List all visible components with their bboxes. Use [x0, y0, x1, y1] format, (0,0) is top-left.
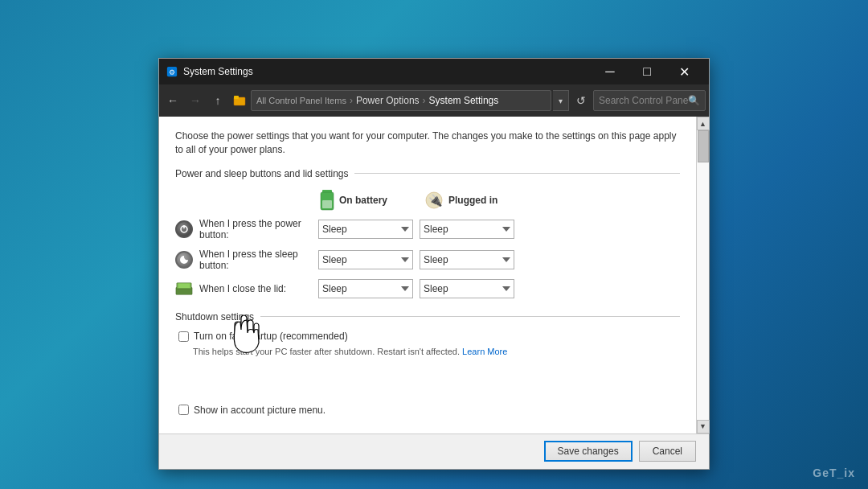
watermark: GeT_ix — [813, 466, 855, 479]
lid-battery-dropdown[interactable]: Sleep Do nothing Hibernate Shut down — [318, 279, 413, 298]
up-button[interactable]: ↑ — [207, 90, 228, 111]
path-icon — [231, 92, 248, 109]
refresh-button[interactable]: ↺ — [571, 90, 592, 111]
svg-rect-3 — [234, 96, 239, 99]
breadcrumb-path[interactable]: All Control Panel Items › Power Options … — [251, 90, 551, 111]
scroll-thumb[interactable] — [698, 130, 709, 162]
search-box[interactable]: 🔍 — [593, 90, 706, 111]
svg-rect-13 — [178, 283, 190, 288]
plugged-in-column: 🔌 Plugged in — [424, 191, 529, 210]
lid-plugged-dropdown[interactable]: Sleep Do nothing Hibernate Shut down — [420, 279, 514, 298]
svg-rect-6 — [322, 200, 332, 208]
system-settings-window: ⚙ System Settings ─ □ ✕ ← → ↑ All Contro… — [158, 58, 710, 470]
close-button[interactable]: ✕ — [665, 59, 702, 84]
forward-button[interactable]: → — [185, 90, 206, 111]
fast-startup-label[interactable]: Turn on fast startup (recommended) — [194, 331, 348, 342]
scroll-track[interactable] — [697, 130, 709, 420]
content-wrapper: Choose the power settings that you want … — [159, 117, 709, 434]
on-battery-column: On battery — [320, 189, 424, 212]
columns-header: On battery 🔌 Plugged in — [175, 189, 680, 212]
power-button-row: When I press the power button: Sleep Do … — [175, 218, 680, 240]
scroll-down-arrow[interactable]: ▼ — [697, 420, 710, 434]
fast-startup-checkbox[interactable] — [178, 331, 189, 342]
window-title: System Settings — [183, 66, 592, 77]
account-picture-label[interactable]: Show in account picture menu. — [194, 405, 326, 416]
account-picture-checkbox[interactable] — [178, 405, 189, 415]
svg-text:🔌: 🔌 — [428, 194, 443, 208]
shutdown-section: Shutdown settings Turn on fast startup (… — [175, 311, 680, 416]
scrollbar[interactable]: ▲ ▼ — [696, 117, 709, 434]
sep1: › — [350, 95, 353, 106]
address-bar: ← → ↑ All Control Panel Items › Power Op… — [159, 84, 709, 117]
scroll-up-arrow[interactable]: ▲ — [697, 117, 710, 130]
sep2: › — [423, 95, 426, 106]
sleep-battery-dropdown[interactable]: Sleep Do nothing Hibernate Shut down — [318, 250, 413, 269]
battery-icon — [320, 189, 334, 212]
save-changes-button[interactable]: Save changes — [544, 441, 633, 462]
search-icon[interactable]: 🔍 — [688, 95, 700, 106]
title-bar: ⚙ System Settings ─ □ ✕ — [159, 59, 709, 84]
description-text: Choose the power settings that you want … — [175, 129, 680, 157]
power-button-label: When I press the power button: — [199, 218, 318, 240]
lid-icon — [175, 280, 193, 298]
learn-more-link[interactable]: Learn More — [462, 347, 507, 356]
lid-row: When I close the lid: Sleep Do nothing H… — [175, 279, 680, 298]
power-battery-dropdown[interactable]: Sleep Do nothing Hibernate Shut down — [318, 220, 413, 239]
plugged-icon: 🔌 — [424, 191, 444, 210]
window-controls: ─ □ ✕ — [592, 59, 702, 84]
power-button-icon — [175, 220, 193, 238]
minimize-button[interactable]: ─ — [592, 59, 628, 84]
search-input[interactable] — [599, 95, 688, 106]
footer-bar: Save changes Cancel — [159, 434, 709, 469]
section1-header: Power and sleep buttons and lid settings — [175, 168, 680, 179]
back-button[interactable]: ← — [162, 90, 183, 111]
breadcrumb-current[interactable]: System Settings — [429, 95, 499, 106]
power-plugged-dropdown[interactable]: Sleep Do nothing Hibernate Shut down — [420, 220, 514, 239]
fast-startup-desc: This helps start your PC faster after sh… — [175, 347, 680, 356]
account-picture-row: Show in account picture menu. — [175, 405, 680, 416]
svg-text:⚙: ⚙ — [169, 68, 175, 76]
sleep-button-label: When I press the sleep button: — [199, 249, 318, 271]
fast-startup-row: Turn on fast startup (recommended) — [175, 331, 680, 342]
sleep-button-row: When I press the sleep button: Sleep Do … — [175, 249, 680, 271]
path-dropdown[interactable]: ▾ — [553, 90, 569, 111]
cancel-button[interactable]: Cancel — [639, 441, 696, 462]
breadcrumb-power[interactable]: Power Options — [356, 95, 420, 106]
breadcrumb-home[interactable]: All Control Panel Items — [256, 96, 346, 105]
maximize-button[interactable]: □ — [628, 59, 665, 84]
shutdown-header: Shutdown settings — [175, 311, 680, 323]
main-content: Choose the power settings that you want … — [159, 117, 696, 434]
sleep-button-icon — [175, 251, 193, 269]
window-icon: ⚙ — [166, 65, 178, 78]
sleep-plugged-dropdown[interactable]: Sleep Do nothing Hibernate Shut down — [420, 250, 514, 269]
lid-label: When I close the lid: — [199, 283, 318, 294]
